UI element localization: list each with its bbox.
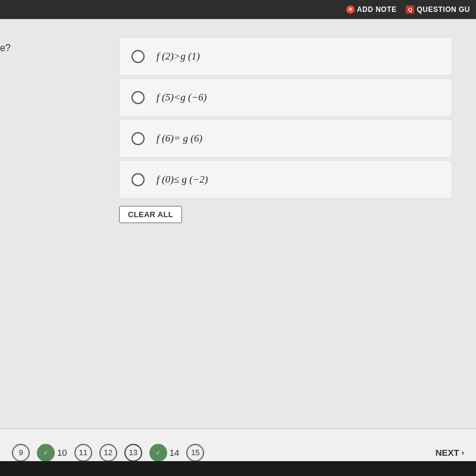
radio-3[interactable] [131, 132, 145, 145]
option-text-1: f (2)>g (1) [156, 51, 200, 62]
nav-circle-13[interactable]: 13 [124, 444, 142, 462]
top-bar: ✕ ADD NOTE Q QUESTION GU [0, 0, 476, 19]
add-note-icon: ✕ [346, 5, 355, 14]
nav-label-14: 14 [170, 447, 180, 458]
radio-1[interactable] [131, 50, 145, 63]
option-row-2[interactable]: f (5)<g (−6) [119, 78, 452, 117]
check-icon-10: ✓ [43, 450, 48, 456]
next-chevron-icon: › [462, 448, 464, 457]
nav-circle-12[interactable]: 12 [99, 444, 117, 462]
nav-num-15: 15 [186, 444, 204, 462]
nav-num-9: 9 [12, 444, 30, 462]
option-row-4[interactable]: f (0)≤ g (−2) [119, 160, 452, 199]
nav-circle-14[interactable]: ✓ [149, 444, 167, 462]
question-prefix: e? [0, 43, 11, 54]
option-text-2: f (5)<g (−6) [156, 92, 206, 104]
nav-circle-15[interactable]: 15 [186, 444, 204, 462]
nav-circle-11[interactable]: 11 [74, 444, 92, 462]
bottom-dark-overlay [0, 461, 476, 476]
question-guide-icon: Q [406, 5, 414, 14]
nav-circle-10[interactable]: ✓ [37, 444, 55, 462]
nav-num-13: 13 [124, 444, 142, 462]
question-guide-button[interactable]: Q QUESTION GU [406, 5, 470, 14]
nav-num-12: 12 [99, 444, 117, 462]
next-button[interactable]: NEXT › [436, 447, 464, 458]
option-text-3: f (6)= g (6) [156, 133, 202, 145]
option-row-1[interactable]: f (2)>g (1) [119, 37, 452, 76]
radio-2[interactable] [131, 91, 145, 104]
clear-all-button[interactable]: CLEAR ALL [119, 206, 182, 223]
main-content: e? f (2)>g (1) f (5)<g (−6) f (6)= g (6)… [0, 19, 476, 428]
nav-label-10: 10 [57, 447, 67, 458]
nav-num-10: ✓ 10 [37, 444, 67, 462]
check-icon-14: ✓ [156, 450, 161, 456]
nav-circle-9[interactable]: 9 [12, 444, 30, 462]
nav-num-11: 11 [74, 444, 92, 462]
radio-4[interactable] [131, 173, 145, 186]
option-text-4: f (0)≤ g (−2) [156, 174, 208, 186]
next-label: NEXT [436, 447, 459, 458]
options-container: f (2)>g (1) f (5)<g (−6) f (6)= g (6) f … [119, 37, 452, 199]
option-row-3[interactable]: f (6)= g (6) [119, 119, 452, 158]
add-note-button[interactable]: ✕ ADD NOTE [346, 5, 397, 14]
nav-num-14: ✓ 14 [149, 444, 180, 462]
